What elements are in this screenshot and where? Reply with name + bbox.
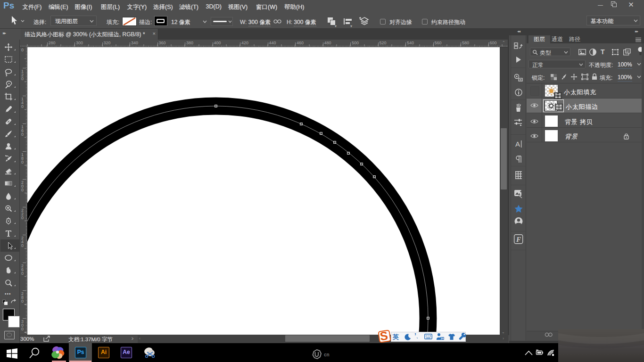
svg-text:24: 24 bbox=[441, 337, 444, 340]
svg-text:F: F bbox=[516, 236, 521, 243]
svg-text:cn: cn bbox=[324, 352, 330, 357]
svg-text:A: A bbox=[515, 140, 520, 148]
